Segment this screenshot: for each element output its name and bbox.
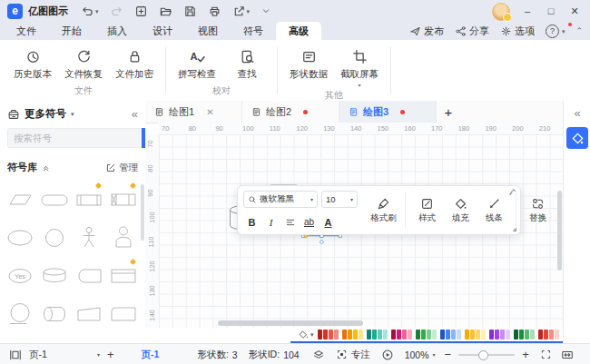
color-swatch[interactable] [402, 330, 407, 339]
sidebar-title[interactable]: 更多符号 [25, 107, 66, 121]
shape-cylinder[interactable] [37, 258, 71, 295]
fullscreen-icon[interactable] [540, 349, 552, 360]
history-button[interactable]: 历史版本 [9, 44, 56, 83]
shape-parallelogram[interactable] [3, 182, 36, 219]
sidebar-collapse-icon[interactable]: « [132, 107, 138, 121]
page-preview-icon[interactable] [9, 349, 22, 361]
restore-button[interactable]: 文件恢复 [60, 44, 107, 83]
color-swatch[interactable] [476, 330, 480, 339]
color-swatch[interactable] [432, 330, 437, 339]
fill-color-button[interactable]: ▾ [290, 330, 318, 340]
menu-tab-高级[interactable]: 高级 [276, 22, 321, 40]
bold-button[interactable]: B [243, 214, 261, 230]
shape-frame-rect[interactable] [106, 258, 140, 295]
color-swatch[interactable] [470, 330, 475, 339]
shapedata-button[interactable]: 形状数据 [285, 44, 332, 83]
replace-button[interactable]: 替换 [521, 189, 555, 231]
screenshot-button[interactable]: 截取屏幕▾ [336, 44, 383, 88]
color-swatch[interactable] [318, 330, 322, 339]
collapse-ribbon-icon[interactable]: ⌃ [575, 26, 583, 35]
save-icon[interactable] [183, 5, 197, 18]
manage-library-button[interactable]: 管理 [105, 162, 138, 174]
encrypt-button[interactable]: 文件加密 [111, 44, 158, 83]
shape-flag[interactable] [3, 334, 36, 341]
color-swatch[interactable] [367, 330, 371, 339]
color-swatch[interactable] [427, 330, 431, 339]
print-icon[interactable] [208, 5, 221, 18]
color-swatch[interactable] [348, 330, 352, 339]
add-page-button[interactable]: + [107, 349, 114, 360]
color-swatch[interactable] [353, 330, 358, 339]
color-swatch[interactable] [538, 330, 543, 339]
resize-handle-icon[interactable] [509, 224, 517, 232]
collapse-quickbar-icon[interactable] [261, 5, 271, 16]
publish-button[interactable]: 发布 [409, 25, 444, 38]
color-swatch[interactable] [397, 330, 401, 339]
color-swatch[interactable] [555, 330, 559, 339]
menu-tab-文件[interactable]: 文件 [4, 22, 49, 40]
color-swatch[interactable] [549, 330, 554, 339]
color-swatch[interactable] [421, 330, 426, 339]
new-tab-button[interactable]: + [437, 101, 460, 123]
color-swatch[interactable] [329, 330, 333, 339]
line-button[interactable]: 线条 [477, 189, 511, 231]
color-swatch[interactable] [446, 330, 450, 339]
zoom-level-select[interactable]: 100%▾ [405, 349, 436, 360]
color-swatch[interactable] [544, 330, 548, 339]
focus-mode-button[interactable]: 专注 [336, 349, 370, 361]
shape-horizontal-cylinder[interactable] [37, 296, 71, 333]
color-swatch[interactable] [391, 330, 396, 339]
fold-up-icon[interactable] [41, 162, 51, 172]
shape-stored-data[interactable] [72, 258, 105, 295]
rightbar-collapse-icon[interactable]: « [564, 101, 590, 120]
menu-tab-开始[interactable]: 开始 [49, 22, 94, 40]
style-button[interactable]: 样式 [410, 189, 444, 231]
color-swatch[interactable] [378, 330, 382, 339]
color-swatch[interactable] [342, 330, 347, 339]
color-swatch[interactable] [451, 330, 456, 339]
minimize-button[interactable]: – [517, 2, 537, 20]
color-swatch[interactable] [481, 330, 486, 339]
page-selector[interactable]: 页-1▾ [29, 349, 100, 361]
shape-d-shape[interactable] [37, 334, 71, 341]
close-button[interactable]: ✕ [565, 2, 585, 20]
format-panel-icon[interactable] [566, 127, 588, 149]
color-swatch[interactable] [514, 330, 518, 339]
connection-point[interactable] [320, 241, 324, 244]
shape-yes-ellipse[interactable]: Yes [3, 258, 36, 295]
undo-icon[interactable]: ▾ [81, 5, 99, 18]
shape-user[interactable] [106, 220, 140, 257]
menu-tab-视图[interactable]: 视图 [185, 22, 231, 40]
color-swatch[interactable] [408, 330, 412, 339]
underline-button[interactable]: ab [300, 214, 318, 230]
redo-icon[interactable] [110, 5, 123, 18]
color-swatch[interactable] [457, 330, 461, 339]
color-swatch[interactable] [359, 330, 363, 339]
spellcheck-button[interactable]: A拼写检查 [173, 44, 221, 83]
shape-collate[interactable] [106, 182, 140, 219]
close-tab-icon[interactable]: ✕ [206, 107, 213, 117]
italic-button[interactable]: I [262, 214, 280, 230]
font-size-select[interactable]: 10▾ [321, 191, 358, 208]
font-color-button[interactable]: A [320, 214, 337, 230]
find-button[interactable]: 查找 [224, 44, 270, 83]
color-swatch[interactable] [383, 330, 388, 339]
pin-icon[interactable] [508, 188, 517, 197]
help-button[interactable]: ?▾ [546, 25, 565, 38]
layers-icon[interactable] [312, 349, 325, 361]
zoom-out-button[interactable]: − [445, 349, 452, 360]
user-avatar[interactable] [492, 3, 510, 21]
active-page-tab[interactable]: 页-1 [142, 349, 160, 361]
color-swatch[interactable] [489, 330, 494, 339]
color-swatch[interactable] [323, 330, 328, 339]
presentation-play-button[interactable] [381, 349, 394, 361]
zoom-slider[interactable] [458, 354, 515, 356]
menu-tab-符号[interactable]: 符号 [231, 22, 276, 40]
sidebar-scrollbar[interactable] [141, 184, 144, 241]
shape-ellipse[interactable] [3, 220, 36, 257]
share-button[interactable]: 分享 [455, 25, 489, 38]
align-button[interactable] [281, 214, 299, 230]
color-swatch[interactable] [525, 330, 529, 339]
doc-tab-绘图1[interactable]: 绘图1✕ [145, 101, 242, 123]
color-swatch[interactable] [500, 330, 505, 339]
